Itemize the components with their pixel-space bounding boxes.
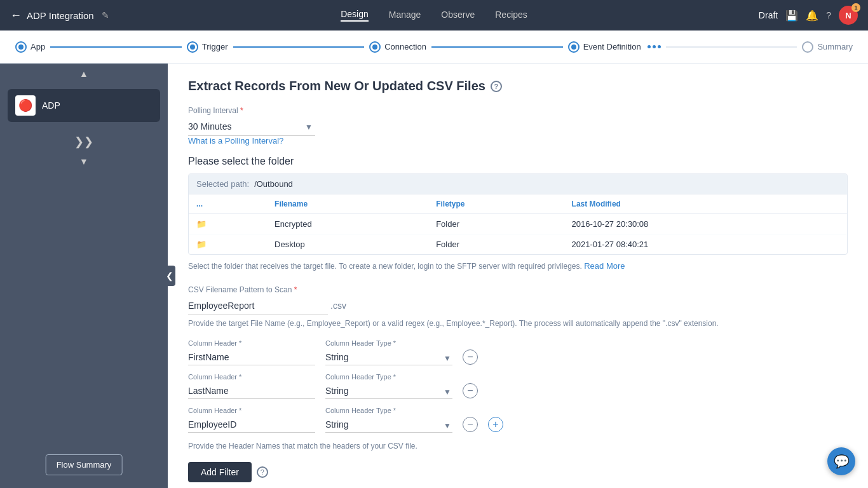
col-filetype-header: Filetype — [428, 194, 564, 214]
col-type-label-3: Column Header Type * — [325, 407, 452, 414]
col-header-label-2: Column Header * — [188, 373, 315, 381]
csv-filename-group: CSV Filename Pattern to Scan * .csv Prov… — [188, 285, 848, 329]
folder-table-header-row: ... Filename Filetype Last Modified — [189, 194, 847, 214]
top-navigation: ← ADP Integration ✎ Design Manage Observ… — [0, 0, 868, 30]
remove-col-1-button[interactable]: − — [463, 349, 478, 365]
folder-path-value: /Outbound — [254, 179, 293, 189]
flow-summary-button[interactable]: Flow Summary — [46, 454, 123, 475]
step-event-dots — [648, 45, 661, 48]
nav-recipes[interactable]: Recipes — [495, 10, 527, 21]
page-title-text: Extract Records From New Or Updated CSV … — [188, 79, 485, 93]
add-filter-button[interactable]: Add Filter — [188, 462, 252, 482]
bell-icon[interactable]: 🔔 — [806, 10, 818, 22]
edit-title-icon[interactable]: ✎ — [102, 10, 109, 20]
folder-hint: Select the folder that receives the targ… — [188, 260, 848, 273]
connector-2 — [233, 46, 365, 48]
folder-row-name-2: Desktop — [267, 234, 428, 255]
column-headers-section: Column Header * Column Header Type * Str… — [188, 339, 848, 452]
folder-row-desktop[interactable]: 📁 Desktop Folder 2021-01-27 08:40:21 — [189, 234, 847, 255]
add-filter-help-icon[interactable]: ? — [257, 466, 268, 478]
collapse-button[interactable]: ❯❯ — [0, 132, 168, 151]
col-header-label-1: Column Header * — [188, 339, 315, 347]
csv-filename-hint: Provide the target File Name (e.g., Empl… — [188, 318, 848, 329]
step-connection-label: Connection — [384, 42, 426, 51]
step-connection[interactable]: Connection — [369, 41, 426, 53]
sidebar-toggle-panel[interactable]: ❮ — [164, 266, 175, 286]
stepper-bar: App Trigger Connection Event Definition — [0, 30, 868, 64]
notification-badge: 1 — [851, 3, 860, 12]
nav-observe[interactable]: Observe — [441, 10, 475, 21]
scroll-up-button[interactable]: ▲ — [0, 64, 168, 84]
step-summary-circle — [802, 41, 813, 53]
step-trigger-circle — [187, 41, 198, 53]
folder-table-wrapper: Selected path: /Outbound ... Filename Fi… — [188, 173, 848, 255]
nav-manage[interactable]: Manage — [389, 10, 421, 21]
nav-design[interactable]: Design — [341, 9, 369, 22]
folder-table: ... Filename Filetype Last Modified 📁 En… — [189, 194, 847, 254]
save-icon[interactable]: 💾 — [785, 10, 798, 22]
polling-select[interactable]: 30 Minutes 5 Minutes 15 Minutes 1 Hour 2… — [188, 118, 315, 136]
page-title-row: Extract Records From New Or Updated CSV … — [188, 79, 848, 93]
col-type-label-1: Column Header Type * — [325, 339, 452, 347]
folder-path-label: Selected path: — [196, 179, 249, 189]
scroll-down-button[interactable]: ▼ — [0, 151, 168, 172]
polling-interval-group: Polling Interval * 30 Minutes 5 Minutes … — [188, 106, 848, 146]
col-filename-header: Filename — [267, 194, 428, 214]
step-app-label: App — [31, 42, 45, 51]
column-row-2: Column Header * Column Header Type * Str… — [188, 373, 848, 399]
step-trigger[interactable]: Trigger — [187, 41, 228, 53]
column-row-3: Column Header * Column Header Type * Str… — [188, 407, 848, 433]
step-event-circle — [568, 41, 580, 53]
col-type-select-3[interactable]: String Integer Boolean Date — [325, 417, 452, 433]
column-header-hint: Provide the Header Names that match the … — [188, 440, 848, 452]
csv-filename-label: CSV Filename Pattern to Scan * — [188, 285, 848, 294]
folder-path-row: Selected path: /Outbound — [189, 174, 847, 194]
col-header-input-1[interactable] — [188, 349, 315, 365]
step-app[interactable]: App — [15, 41, 45, 53]
col-type-label-2: Column Header Type * — [325, 373, 452, 381]
folder-row-modified-2: 2021-01-27 08:40:21 — [564, 234, 847, 255]
col-modified-header: Last Modified — [564, 194, 847, 214]
connector-1 — [50, 46, 182, 48]
folder-row-icon-1: 📁 — [189, 214, 267, 234]
connector-4 — [666, 46, 797, 48]
adp-app-name: ADP — [42, 100, 60, 111]
csv-filename-input[interactable] — [188, 297, 328, 315]
filename-pattern-row: .csv — [188, 297, 848, 315]
page-help-icon[interactable]: ? — [491, 81, 502, 92]
chat-button[interactable]: 💬 — [827, 447, 855, 475]
col-type-select-1[interactable]: String Integer Boolean Date — [325, 349, 452, 365]
user-avatar[interactable]: N 1 — [839, 6, 858, 25]
remove-col-3-button[interactable]: − — [463, 417, 478, 432]
step-summary[interactable]: Summary — [802, 41, 853, 53]
app-title: ADP Integration — [27, 10, 94, 21]
step-event-label: Event Definition — [583, 42, 641, 51]
folder-section: Please select the folder Selected path: … — [188, 156, 848, 273]
polling-label: Polling Interval * — [188, 106, 848, 115]
help-icon[interactable]: ? — [826, 10, 831, 20]
col-header-input-3[interactable] — [188, 417, 315, 433]
folder-row-modified-1: 2016-10-27 20:30:08 — [564, 214, 847, 234]
col-type-select-2[interactable]: String Integer Boolean Date — [325, 383, 452, 399]
folder-row-icon-2: 📁 — [189, 234, 267, 255]
add-filter-row: Add Filter ? — [188, 462, 848, 482]
step-event-definition[interactable]: Event Definition — [568, 41, 661, 53]
step-summary-label: Summary — [817, 42, 853, 51]
remove-col-2-button[interactable]: − — [463, 383, 478, 398]
col-icon-header: ... — [189, 194, 267, 214]
folder-row-encrypted[interactable]: 📁 Encrypted Folder 2016-10-27 20:30:08 — [189, 214, 847, 234]
folder-row-name-1: Encrypted — [267, 214, 428, 234]
read-more-link[interactable]: Read More — [584, 261, 625, 271]
csv-filename-suffix: .csv — [330, 301, 346, 311]
add-col-button[interactable]: + — [488, 417, 503, 432]
chat-icon: 💬 — [834, 454, 850, 469]
sidebar: ▲ 🔴 ADP ❯❯ ▼ Flow Summary ❮ — [0, 64, 168, 488]
back-button[interactable]: ← — [10, 9, 22, 22]
folder-section-title: Please select the folder — [188, 156, 848, 167]
sidebar-adp-item[interactable]: 🔴 ADP — [8, 89, 160, 122]
folder-row-type-2: Folder — [428, 234, 564, 255]
polling-interval-link[interactable]: What is a Polling Interval? — [188, 136, 283, 146]
col-header-input-2[interactable] — [188, 383, 315, 399]
step-connection-circle — [369, 41, 381, 53]
folder-row-type-1: Folder — [428, 214, 564, 234]
